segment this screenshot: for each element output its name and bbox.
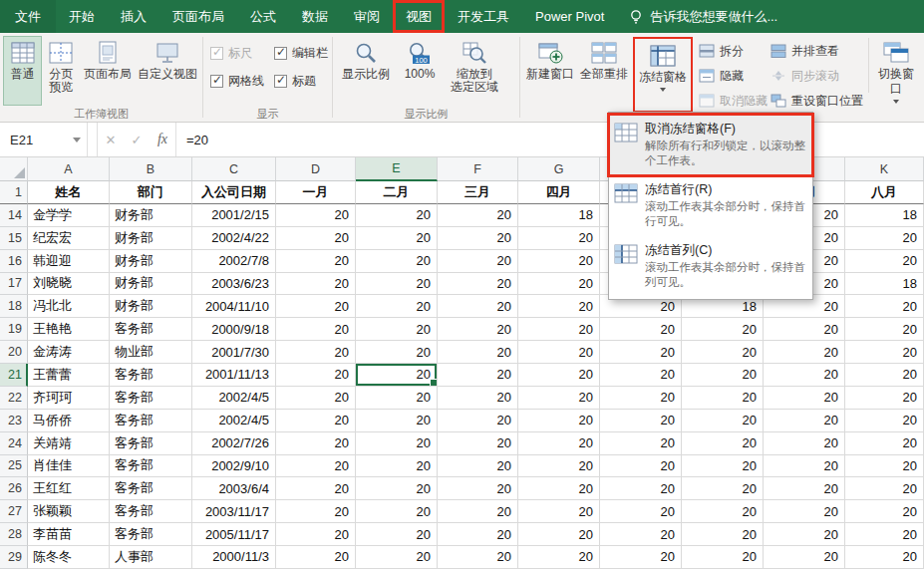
cell-D27[interactable]: 20 <box>276 500 356 523</box>
cell-C26[interactable]: 2003/6/4 <box>192 477 276 500</box>
cell-D22[interactable]: 20 <box>276 387 356 410</box>
column-header-E[interactable]: E <box>356 157 438 181</box>
cell-B23[interactable]: 客务部 <box>110 410 192 432</box>
cell-G29[interactable]: 20 <box>518 546 600 569</box>
cell-K22[interactable]: 20 <box>845 387 924 410</box>
cell-G26[interactable]: 20 <box>518 477 600 500</box>
cell-B18[interactable]: 财务部 <box>110 295 192 318</box>
column-header-A[interactable]: A <box>28 157 110 181</box>
cell-G16[interactable]: 20 <box>518 250 600 273</box>
cell-A24[interactable]: 关靖靖 <box>28 432 110 455</box>
cell-B14[interactable]: 财务部 <box>110 204 192 227</box>
reset-window-position-button[interactable]: 重设窗口位置 <box>767 90 866 112</box>
cell-E20[interactable]: 20 <box>356 341 438 364</box>
cell-D15[interactable]: 20 <box>276 227 356 250</box>
tab-home[interactable]: 开始 <box>56 0 108 33</box>
cell-B15[interactable]: 财务部 <box>110 227 192 250</box>
menu-item-unfreeze-panes[interactable]: 取消冻结窗格(F) 解除所有行和列锁定，以滚动整个工作表。 <box>609 115 812 175</box>
cell-I26[interactable]: 20 <box>682 477 764 500</box>
column-header-B[interactable]: B <box>110 157 192 181</box>
cell-K17[interactable]: 18 <box>845 273 924 296</box>
row-header-16[interactable]: 16 <box>0 250 28 273</box>
zoom-100-button[interactable]: 100 100% <box>396 36 444 106</box>
cell-A20[interactable]: 金涛涛 <box>28 341 110 364</box>
cell-G14[interactable]: 18 <box>518 204 600 227</box>
gridlines-checkbox[interactable]: ✓ 网格线 <box>210 73 264 90</box>
cell-D18[interactable]: 20 <box>276 295 356 318</box>
cell-I27[interactable]: 20 <box>682 500 764 523</box>
cell-C14[interactable]: 2001/2/15 <box>192 204 276 227</box>
cell-A28[interactable]: 李苗苗 <box>28 523 110 546</box>
cell-F27[interactable]: 20 <box>438 500 518 523</box>
cell-D19[interactable]: 20 <box>276 318 356 341</box>
cell-J25[interactable]: 20 <box>764 455 845 478</box>
cell-K25[interactable]: 20 <box>845 455 924 478</box>
cell-E24[interactable]: 20 <box>356 432 438 455</box>
cell-D20[interactable]: 20 <box>276 341 356 364</box>
cell-F18[interactable]: 20 <box>438 295 518 318</box>
cell-C28[interactable]: 2005/11/17 <box>192 523 276 546</box>
cell-C20[interactable]: 2001/7/30 <box>192 341 276 364</box>
name-box[interactable]: E21 <box>0 123 88 156</box>
name-box-splitter[interactable] <box>88 123 98 156</box>
cell-A25[interactable]: 肖佳佳 <box>28 455 110 478</box>
normal-view-button[interactable]: 普通 <box>3 36 42 106</box>
cell-K18[interactable]: 20 <box>845 295 924 318</box>
zoom-button[interactable]: 显示比例 <box>336 36 396 106</box>
cell-H19[interactable]: 20 <box>600 318 682 341</box>
cell-F14[interactable]: 20 <box>438 204 518 227</box>
cell-F29[interactable]: 20 <box>438 546 518 569</box>
cell-K19[interactable]: 20 <box>845 318 924 341</box>
menu-item-freeze-first-column[interactable]: 冻结首列(C) 滚动工作表其余部分时，保持首列可见。 <box>609 236 812 297</box>
cell-A26[interactable]: 王红红 <box>28 477 110 500</box>
headings-checkbox[interactable]: ✓ 标题 <box>274 73 328 90</box>
cell-B29[interactable]: 人事部 <box>110 546 192 569</box>
column-header-K[interactable]: K <box>845 157 924 181</box>
new-window-button[interactable]: 新建窗口 <box>523 36 577 106</box>
cell-A18[interactable]: 冯北北 <box>28 295 110 318</box>
switch-windows-button[interactable]: 切换窗口 <box>873 36 919 106</box>
cell-E28[interactable]: 20 <box>356 523 438 546</box>
cell-I21[interactable]: 20 <box>682 364 764 387</box>
tab-review[interactable]: 审阅 <box>341 0 393 33</box>
cell-G24[interactable]: 20 <box>518 432 600 455</box>
cell-H23[interactable]: 20 <box>600 410 682 432</box>
tab-view[interactable]: 视图 <box>393 0 445 33</box>
row-header-15[interactable]: 15 <box>0 227 28 250</box>
cell-G23[interactable]: 20 <box>518 410 600 432</box>
cell-C15[interactable]: 2002/4/22 <box>192 227 276 250</box>
cell-E14[interactable]: 20 <box>356 204 438 227</box>
row-header-28[interactable]: 28 <box>0 523 28 546</box>
cell-E27[interactable]: 20 <box>356 500 438 523</box>
cell-G27[interactable]: 20 <box>518 500 600 523</box>
cell-F25[interactable]: 20 <box>438 455 518 478</box>
cell-D26[interactable]: 20 <box>276 477 356 500</box>
cell-B26[interactable]: 客务部 <box>110 477 192 500</box>
cell-F22[interactable]: 20 <box>438 387 518 410</box>
cell-J28[interactable]: 20 <box>764 523 845 546</box>
cell-C21[interactable]: 2001/11/13 <box>192 364 276 387</box>
cell-A23[interactable]: 马侨侨 <box>28 410 110 432</box>
hide-button[interactable]: 隐藏 <box>695 65 767 87</box>
select-all-corner[interactable] <box>0 157 28 181</box>
cell-F19[interactable]: 20 <box>438 318 518 341</box>
ruler-checkbox[interactable]: ✓ 标尺 <box>210 45 264 62</box>
tab-file[interactable]: 文件 <box>0 0 56 33</box>
cell-J29[interactable]: 20 <box>764 546 845 569</box>
cell-H24[interactable]: 20 <box>600 432 682 455</box>
cell-C23[interactable]: 2002/4/5 <box>192 410 276 432</box>
cell-D1[interactable]: 一月 <box>276 181 356 204</box>
cell-H26[interactable]: 20 <box>600 477 682 500</box>
cell-K1[interactable]: 八月 <box>845 181 924 204</box>
enter-button[interactable]: ✓ <box>124 123 150 156</box>
cell-G20[interactable]: 20 <box>518 341 600 364</box>
cell-K28[interactable]: 20 <box>845 523 924 546</box>
cell-H22[interactable]: 20 <box>600 387 682 410</box>
synchronous-scrolling-button[interactable]: 同步滚动 <box>767 65 866 87</box>
cell-I20[interactable]: 20 <box>682 341 764 364</box>
cell-G1[interactable]: 四月 <box>518 181 600 204</box>
cell-F21[interactable]: 20 <box>438 364 518 387</box>
cell-D17[interactable]: 20 <box>276 273 356 296</box>
cell-B16[interactable]: 财务部 <box>110 250 192 273</box>
cell-A16[interactable]: 韩迎迎 <box>28 250 110 273</box>
